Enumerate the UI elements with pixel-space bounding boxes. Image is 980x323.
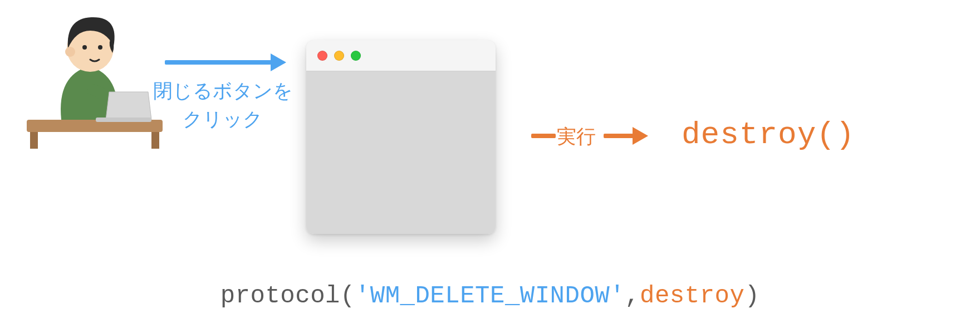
click-label-line2: クリック (183, 108, 263, 130)
svg-rect-8 (96, 118, 151, 122)
arrow-shaft (165, 60, 272, 65)
destroy-call-code: destroy() (682, 117, 855, 153)
svg-rect-1 (30, 132, 38, 149)
code-close: ) (744, 282, 759, 310)
arrow-head-icon (633, 127, 648, 145)
window-body (306, 71, 496, 234)
minimize-icon[interactable] (334, 51, 344, 61)
execute-label: 実行 (556, 124, 597, 150)
execute-arrow: 実行 (531, 125, 659, 150)
click-arrow (165, 52, 290, 75)
code-open: ( (340, 282, 355, 310)
svg-rect-2 (151, 132, 159, 149)
svg-point-5 (65, 47, 75, 57)
diagram-root: 閉じるボタンを クリック 実行 destroy() protocol('WM_D… (0, 0, 980, 323)
svg-point-7 (82, 45, 87, 50)
close-icon[interactable] (317, 51, 327, 61)
arrow-head-icon (271, 53, 286, 71)
code-arg2: destroy (640, 282, 744, 310)
arrow-shaft (531, 134, 556, 138)
click-label: 閉じるボタンを クリック (145, 77, 301, 134)
svg-point-6 (98, 45, 102, 50)
click-label-line1: 閉じるボタンを (153, 80, 293, 101)
code-comma: , (625, 282, 640, 310)
maximize-icon[interactable] (351, 51, 361, 61)
window-titlebar (306, 40, 496, 71)
protocol-code-line: protocol('WM_DELETE_WINDOW',destroy) (0, 282, 980, 310)
code-arg1: 'WM_DELETE_WINDOW' (355, 282, 625, 310)
code-fn: protocol (220, 282, 340, 310)
app-window (306, 40, 496, 234)
arrow-shaft (604, 134, 634, 138)
